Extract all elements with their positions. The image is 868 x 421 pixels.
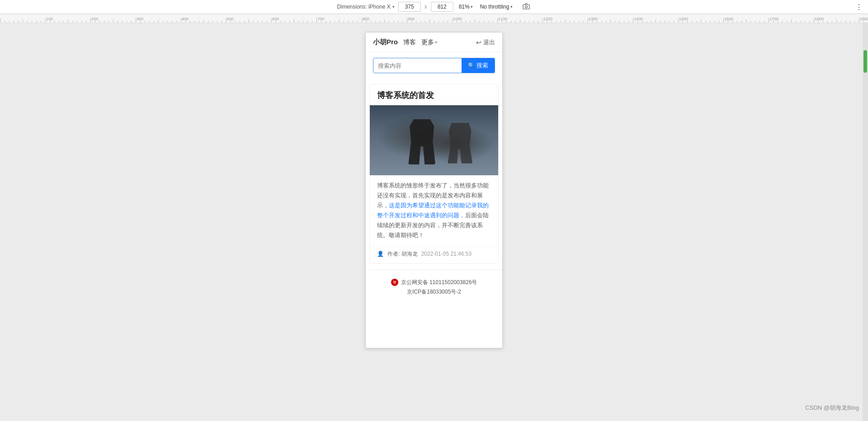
svg-point-1 (525, 6, 528, 8)
search-button[interactable]: 🔍 搜索 (462, 58, 495, 73)
post-date: 2022-01-05 21:46:53 (421, 251, 472, 257)
post-card: 博客系统的首发 博客系统的雏形终于发布了，当然很多功能还没有实现，首先实现的是发… (369, 84, 499, 264)
more-options-icon[interactable]: ⋮ (855, 3, 863, 11)
search-section: 🔍 搜索 (366, 52, 502, 79)
search-button-label: 搜索 (476, 61, 488, 70)
screenshot-icon[interactable] (522, 2, 531, 11)
chevron-down-icon: ▾ (510, 5, 513, 9)
footer-beian[interactable]: 警 京公网安备 11011502003826号 (373, 279, 495, 286)
ruler: 1002003004005006007008009001000110012001… (0, 14, 868, 23)
logout-label: 退出 (483, 38, 495, 47)
svg-rect-0 (523, 5, 529, 9)
post-excerpt: 博客系统的雏形终于发布了，当然很多功能还没有实现，首先实现的是发布内容和展示，这… (370, 175, 498, 246)
dimension-separator: x (425, 4, 427, 10)
search-icon: 🔍 (468, 62, 475, 69)
nav-more-menu[interactable]: 更多 ▾ (421, 38, 437, 47)
police-icon: 警 (391, 279, 398, 286)
chevron-down-icon: ▾ (392, 5, 395, 9)
post-author: 作者: 胡海龙 (387, 250, 418, 258)
zoom-selector[interactable]: 81% ▾ (457, 4, 475, 10)
scrollbar-thumb[interactable] (863, 50, 867, 73)
logout-icon: ↩ (476, 39, 481, 46)
toolbar: Dimensions: iPhone X ▾ x 81% ▾ No thrott… (0, 0, 868, 14)
beian-text: 京公网安备 11011502003826号 (401, 279, 477, 286)
post-image (370, 105, 498, 175)
footer: 警 京公网安备 11011502003826号 京ICP备18033005号-2 (366, 269, 502, 305)
author-icon: 👤 (377, 251, 384, 257)
mobile-frame: 小胡Pro 博客 更多 ▾ ↩ 退出 🔍 搜索 博客系 (365, 32, 503, 348)
post-title[interactable]: 博客系统的首发 (370, 84, 498, 105)
search-bar: 🔍 搜索 (373, 58, 495, 73)
throttle-selector[interactable]: No throttling ▾ (478, 4, 515, 10)
toolbar-center: Dimensions: iPhone X ▾ x 81% ▾ No thrott… (337, 2, 531, 12)
nav-more-label: 更多 (421, 38, 434, 47)
ruler-marks: 1002003004005006007008009001000110012001… (0, 14, 868, 23)
post-meta: 👤 作者: 胡海龙 2022-01-05 21:46:53 (370, 246, 498, 263)
width-input[interactable] (398, 2, 421, 12)
nav-blog-link[interactable]: 博客 (403, 38, 416, 47)
device-label: Dimensions: iPhone X (337, 4, 391, 10)
search-input[interactable] (373, 58, 462, 73)
logout-button[interactable]: ↩ 退出 (476, 38, 495, 47)
footer-icp[interactable]: 京ICP备18033005号-2 (373, 288, 495, 296)
main-area: 小胡Pro 博客 更多 ▾ ↩ 退出 🔍 搜索 博客系 (0, 23, 868, 421)
csdn-watermark: CSDN @胡海龙Blog (805, 404, 859, 412)
device-selector[interactable]: Dimensions: iPhone X ▾ (337, 4, 395, 10)
chevron-down-icon: ▾ (471, 5, 473, 9)
post-image-art (370, 105, 498, 175)
zoom-label: 81% (459, 4, 470, 10)
throttle-label: No throttling (480, 4, 509, 10)
icp-text: 京ICP备18033005号-2 (407, 289, 461, 295)
navigation: 小胡Pro 博客 更多 ▾ ↩ 退出 (366, 33, 502, 52)
chevron-down-icon: ▾ (435, 40, 437, 45)
height-input[interactable] (431, 2, 453, 12)
main-scrollbar[interactable] (863, 23, 868, 421)
brand-name: 小胡Pro (373, 38, 398, 47)
